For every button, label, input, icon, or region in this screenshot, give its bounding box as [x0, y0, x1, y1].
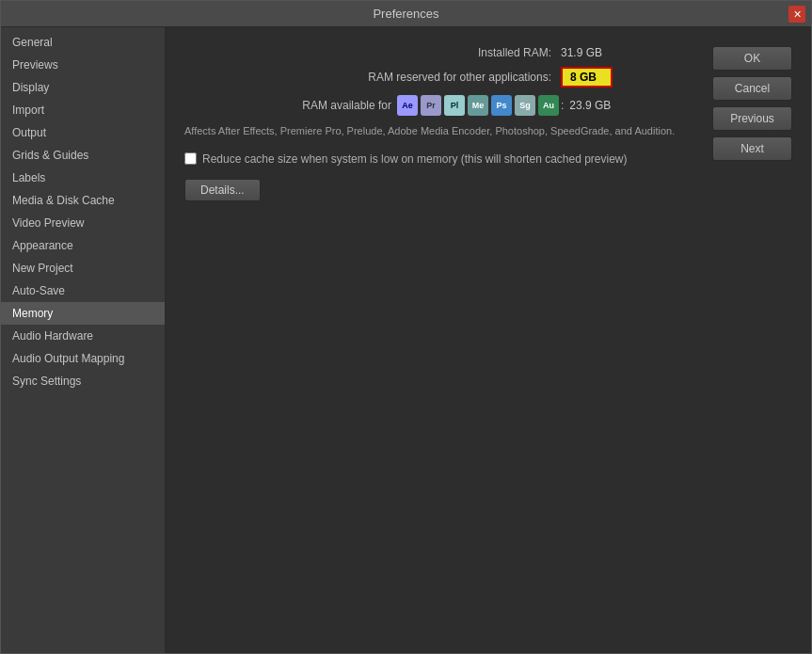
- right-buttons: OK Cancel Previous Next: [712, 46, 792, 161]
- checkbox-row: Reduce cache size when system is low on …: [184, 152, 689, 166]
- ok-button[interactable]: OK: [712, 46, 792, 71]
- sidebar-item-sync-settings[interactable]: Sync Settings: [1, 370, 165, 392]
- sidebar: GeneralPreviewsDisplayImportOutputGrids …: [1, 27, 166, 653]
- sidebar-item-video-preview[interactable]: Video Preview: [1, 212, 165, 234]
- app-icons: Ae Pr Pl Me Ps Sg Au: [397, 95, 559, 116]
- details-button[interactable]: Details...: [184, 179, 261, 201]
- dialog-title: Preferences: [373, 7, 438, 21]
- sidebar-item-new-project[interactable]: New Project: [1, 257, 165, 279]
- content-area: Installed RAM: 31.9 GB RAM reserved for …: [166, 27, 811, 653]
- sidebar-item-media---disk-cache[interactable]: Media & Disk Cache: [1, 189, 165, 212]
- main-content: GeneralPreviewsDisplayImportOutputGrids …: [1, 27, 811, 653]
- sidebar-item-general[interactable]: General: [1, 31, 165, 54]
- checkbox-label: Reduce cache size when system is low on …: [202, 152, 628, 166]
- sidebar-item-grids---guides[interactable]: Grids & Guides: [1, 144, 165, 167]
- close-button[interactable]: ✕: [788, 6, 805, 23]
- sidebar-item-audio-hardware[interactable]: Audio Hardware: [1, 325, 165, 347]
- sidebar-item-import[interactable]: Import: [1, 99, 165, 121]
- installed-ram-row: Installed RAM: 31.9 GB: [184, 46, 689, 59]
- reserved-ram-input[interactable]: [561, 67, 613, 88]
- reserved-ram-label: RAM reserved for other applications:: [184, 71, 551, 84]
- installed-ram-value: 31.9 GB: [561, 46, 602, 59]
- available-ram-value: 23.9 GB: [569, 99, 611, 112]
- previous-button[interactable]: Previous: [712, 106, 792, 131]
- ps-icon: Ps: [491, 95, 512, 116]
- titlebar: Preferences ✕: [1, 1, 811, 27]
- sidebar-item-output[interactable]: Output: [1, 121, 165, 144]
- reduce-cache-checkbox[interactable]: [184, 152, 197, 165]
- installed-ram-label: Installed RAM:: [184, 46, 551, 59]
- sidebar-item-memory[interactable]: Memory: [1, 302, 165, 325]
- sidebar-item-audio-output-mapping[interactable]: Audio Output Mapping: [1, 347, 165, 370]
- sg-icon: Sg: [515, 95, 535, 116]
- reserved-ram-row: RAM reserved for other applications:: [184, 67, 689, 88]
- pr-icon: Pr: [421, 95, 441, 116]
- au-icon: Au: [538, 95, 559, 116]
- pl-icon: Pl: [444, 95, 465, 116]
- description-text: Affects After Effects, Premiere Pro, Pre…: [184, 123, 689, 139]
- available-ram-label: RAM available for: [184, 99, 391, 112]
- available-ram-row: RAM available for Ae Pr Pl Me Ps Sg Au :…: [184, 95, 689, 116]
- available-colon: :: [561, 99, 564, 112]
- sidebar-item-appearance[interactable]: Appearance: [1, 234, 165, 257]
- preferences-dialog: Preferences ✕ GeneralPreviewsDisplayImpo…: [0, 0, 812, 654]
- me-icon: Me: [468, 95, 488, 116]
- sidebar-item-auto-save[interactable]: Auto-Save: [1, 279, 165, 302]
- sidebar-item-labels[interactable]: Labels: [1, 167, 165, 189]
- cancel-button[interactable]: Cancel: [712, 76, 792, 101]
- next-button[interactable]: Next: [712, 136, 792, 161]
- sidebar-item-display[interactable]: Display: [1, 76, 165, 99]
- ae-icon: Ae: [397, 95, 418, 116]
- sidebar-item-previews[interactable]: Previews: [1, 54, 165, 76]
